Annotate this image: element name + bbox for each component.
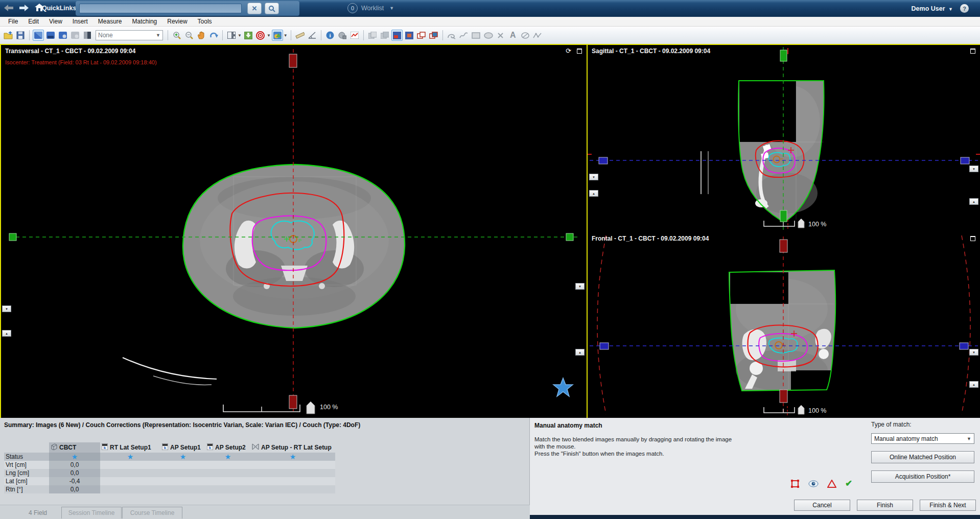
acquisition-device-icon[interactable] [337, 30, 348, 41]
status-star: ★ [205, 453, 250, 461]
horizontal-line-handle-right [961, 157, 969, 164]
menu-edit[interactable]: Edit [23, 18, 44, 25]
finish-and-next-button[interactable]: Finish & Next [920, 500, 976, 511]
maximize-icon[interactable] [577, 49, 582, 54]
tab-session-timeline[interactable]: Session Timeline [61, 507, 122, 518]
tab-4-field[interactable]: 4 Field [14, 507, 61, 518]
graph-icon[interactable] [349, 30, 360, 41]
chevron-down-icon[interactable]: ▼ [267, 33, 271, 38]
ruler-icon[interactable] [294, 30, 306, 41]
slice-down-button[interactable]: ▼ [575, 283, 585, 290]
slice-down-button[interactable]: ▼ [969, 166, 978, 172]
vertical-line-handle-bottom [289, 395, 297, 409]
menu-matching[interactable]: Matching [127, 18, 162, 25]
finish-button[interactable]: Finish [857, 500, 913, 511]
table-cell [100, 477, 160, 485]
menu-tools[interactable]: Tools [193, 18, 217, 25]
column-header-ap-setup1[interactable]: k AP Setup1 [160, 442, 205, 453]
zoom-out-icon[interactable] [183, 30, 195, 41]
back-icon[interactable] [4, 4, 13, 13]
accept-check-icon[interactable]: ✔ [845, 478, 852, 489]
pan-hand-icon[interactable] [196, 30, 207, 41]
windows-overlap-icon[interactable] [416, 30, 427, 41]
help-button[interactable]: ? [960, 4, 969, 13]
column-header-pair[interactable]: AP Setup - RT Lat Setup [250, 442, 335, 453]
type-of-match-label: Type of match: [871, 421, 974, 428]
online-matched-position-button[interactable]: Online Matched Position [871, 451, 974, 463]
isocenter-label: Isocenter: Treatment (Field: 03 Rt Lat -… [5, 59, 157, 65]
slice-up-button[interactable]: ▲ [2, 330, 11, 337]
layout-settings-icon[interactable] [57, 30, 68, 41]
angle-measure-icon[interactable] [307, 30, 318, 41]
chevron-down-icon[interactable]: ▼ [238, 33, 242, 38]
slice-down-button[interactable]: ▼ [969, 349, 978, 356]
tab-course-timeline[interactable]: Course Timeline [122, 507, 182, 518]
sagittal-view[interactable]: T Sagittal - CT_1 - CBCT - 09.02.2009 09… [588, 45, 980, 232]
type-of-match-select[interactable]: Manual anatomy match ▼ [871, 433, 974, 444]
frontal-view[interactable]: T Frontal - CT_1 - CBCT - 09.02.2009 09:… [588, 232, 980, 419]
layout-single-view-icon[interactable] [33, 30, 44, 41]
table-cell: 0,0 [49, 485, 100, 493]
contour-tool-icon [446, 30, 457, 41]
clear-search-button[interactable]: ✕ [247, 3, 262, 14]
zoom-slider-thumb [798, 219, 804, 228]
isocenter-target-icon[interactable] [255, 30, 266, 41]
menu-measure[interactable]: Measure [93, 18, 127, 25]
slice-up-button[interactable]: ▲ [589, 190, 598, 197]
slice-up-button[interactable]: ▲ [969, 198, 978, 205]
preset-dropdown[interactable]: None▼ [96, 30, 163, 40]
save-icon[interactable] [15, 30, 26, 41]
open-patient-icon[interactable] [3, 30, 14, 41]
kv-image-icon: k [102, 443, 108, 452]
forward-icon[interactable] [19, 4, 29, 13]
worklist-count-badge: 0 [347, 3, 358, 13]
table-corner [4, 442, 49, 453]
windows-blend-icon[interactable] [428, 30, 439, 41]
approval-star-icon [553, 378, 573, 396]
top-bar: QuickLinks▼ ✕ 0 Worklist ▼ Demo User ▼ ? [0, 0, 980, 17]
slice-up-button[interactable]: ▲ [969, 381, 978, 388]
cancel-button[interactable]: Cancel [794, 500, 850, 511]
sagittal-ct-image: T [588, 45, 980, 232]
worklist-menu[interactable]: 0 Worklist ▼ [347, 3, 394, 13]
blend-visibility-icon[interactable] [808, 480, 819, 487]
zoom-in-icon[interactable] [171, 30, 182, 41]
chevron-down-icon[interactable]: ▼ [284, 33, 288, 38]
menu-view[interactable]: View [44, 18, 67, 25]
search-input[interactable] [79, 4, 242, 13]
column-header-rt-lat-setup1[interactable]: k RT Lat Setup1 [100, 442, 160, 453]
layout-dual-view-icon[interactable] [45, 30, 56, 41]
arrow-annotation-icon [495, 30, 506, 41]
warning-triangle-icon[interactable] [827, 480, 836, 488]
import-image-icon[interactable] [243, 30, 254, 41]
layout-split-icon[interactable] [82, 30, 93, 41]
acquisition-position-button[interactable]: Acquisition Position* [871, 470, 974, 483]
window-left-icon[interactable] [391, 30, 403, 41]
slice-down-button[interactable]: ▼ [2, 305, 11, 312]
column-header-ap-setup2[interactable]: k AP Setup2 [205, 442, 250, 453]
maximize-icon[interactable] [970, 49, 975, 54]
svg-text:i: i [329, 32, 331, 38]
search-button[interactable] [265, 3, 279, 14]
blend-mode-icon[interactable] [272, 30, 283, 41]
window-center-icon[interactable] [404, 30, 415, 41]
column-header-cbct[interactable]: CBCT [49, 442, 100, 453]
maximize-icon[interactable] [970, 236, 975, 241]
menu-file[interactable]: File [3, 18, 23, 25]
chevron-down-icon: ▼ [947, 7, 953, 12]
menu-review[interactable]: Review [162, 18, 192, 25]
viewport-layout-icon[interactable] [226, 30, 237, 41]
vertical-line-handle-bottom [780, 390, 787, 403]
refresh-icon[interactable]: ⟳ [566, 47, 571, 55]
slice-up-button[interactable]: ▲ [575, 349, 585, 356]
menu-insert[interactable]: Insert [67, 18, 93, 25]
slice-down-button[interactable]: ▼ [589, 174, 598, 180]
match-roi-icon[interactable] [790, 479, 800, 488]
svg-text:T: T [783, 344, 786, 349]
table-cell [160, 485, 205, 493]
table-cell [205, 477, 250, 485]
user-menu[interactable]: Demo User ▼ [912, 5, 953, 12]
reset-view-icon[interactable] [208, 30, 219, 41]
transversal-view[interactable]: P Transversal - CT_1 - CBCT - 09.02.2009… [0, 45, 588, 419]
info-icon[interactable]: i [324, 30, 336, 41]
